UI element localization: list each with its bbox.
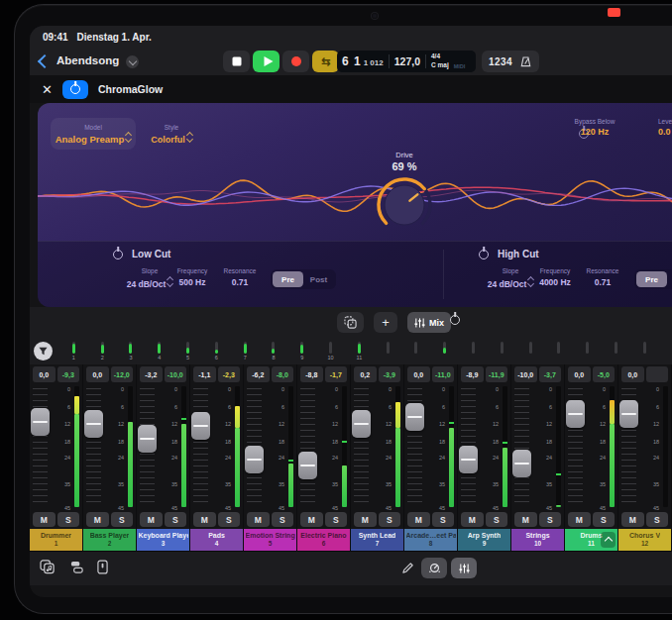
drive-knob[interactable] (373, 172, 436, 236)
pan-value[interactable]: -10,0 (514, 366, 537, 382)
count-in-button[interactable]: 1234 (489, 56, 512, 67)
bypass-below-control[interactable]: Bypass Below 120 Hz (563, 118, 626, 137)
mute-button[interactable]: M (33, 512, 56, 527)
plugin-power-button[interactable] (62, 80, 88, 99)
fader-handle[interactable] (566, 400, 585, 428)
track-filter-button[interactable] (34, 342, 53, 361)
track-name-bar[interactable]: Drummer1 (30, 529, 82, 551)
track-name-bar[interactable]: Bass Player2 (83, 529, 136, 551)
record-button[interactable] (282, 51, 309, 72)
back-chevron-icon[interactable] (38, 54, 52, 68)
track-name-bar[interactable]: Keyboard Player3 (137, 529, 189, 551)
volume-value[interactable]: -11,9 (486, 366, 508, 382)
volume-value[interactable]: -12,0 (111, 366, 134, 382)
track-name-bar[interactable]: Drums11 (565, 529, 617, 551)
volume-value[interactable]: -8,0 (272, 366, 294, 382)
project-menu-button[interactable] (126, 55, 139, 68)
volume-value[interactable]: -11,0 (432, 366, 455, 382)
high-cut-resonance[interactable]: Resonance 0.71 (571, 267, 634, 287)
fader-handle[interactable] (245, 446, 264, 473)
mute-button[interactable]: M (514, 512, 537, 527)
style-selector[interactable]: Style Colorful (137, 118, 206, 150)
plugins-icon[interactable] (69, 560, 84, 578)
level-control[interactable]: Level 0.0 (658, 118, 672, 137)
fader-handle[interactable] (459, 446, 478, 473)
solo-button[interactable]: S (432, 512, 455, 527)
pan-value[interactable]: -3,2 (140, 366, 163, 382)
track-name-bar[interactable]: Pads4 (190, 529, 243, 551)
volume-value[interactable]: -2,3 (218, 366, 241, 382)
mix-view-button[interactable]: Mix (407, 312, 451, 333)
fader-handle[interactable] (352, 410, 371, 438)
solo-button[interactable]: S (593, 512, 616, 527)
track-name-bar[interactable]: Synth Lead7 (351, 529, 403, 551)
track-name-bar[interactable]: Electric Piano6 (297, 529, 350, 551)
volume-value[interactable]: -10,0 (165, 366, 187, 382)
volume-value[interactable]: -9,3 (57, 366, 80, 382)
solo-button[interactable]: S (486, 512, 508, 527)
solo-button[interactable]: S (57, 512, 80, 527)
duplicate-button[interactable] (337, 312, 364, 333)
fader-handle[interactable] (405, 403, 424, 431)
track-name-bar[interactable]: Arp Synth9 (458, 529, 510, 551)
faders-view-button[interactable] (451, 558, 477, 578)
pre-button[interactable]: Pre (636, 271, 667, 287)
solo-button[interactable]: S (218, 512, 241, 527)
fader-handle[interactable] (298, 452, 317, 479)
loop-browser-icon[interactable] (40, 560, 56, 578)
high-cut-power-icon[interactable] (479, 250, 489, 259)
controls-view-button[interactable] (421, 558, 447, 578)
volume-value[interactable]: -3,7 (539, 366, 562, 382)
low-cut-power-icon[interactable] (113, 250, 123, 259)
solo-button[interactable]: S (325, 512, 348, 527)
play-surface-icon[interactable] (97, 560, 108, 578)
pan-value[interactable]: 0,0 (621, 366, 644, 382)
pan-value[interactable]: -6,2 (247, 366, 270, 382)
pan-value[interactable]: 0,0 (407, 366, 430, 382)
pan-value[interactable]: 0,0 (568, 366, 591, 382)
project-title[interactable]: Abendsong (56, 54, 119, 66)
mute-button[interactable]: M (461, 512, 484, 527)
volume-value[interactable]: -1,7 (325, 366, 348, 382)
mute-button[interactable]: M (407, 512, 430, 527)
add-track-button[interactable]: + (374, 312, 397, 333)
pre-button[interactable]: Pre (273, 271, 303, 287)
fader-handle[interactable] (512, 450, 531, 477)
pan-value[interactable]: -8,8 (300, 366, 323, 382)
solo-button[interactable]: S (272, 512, 294, 527)
pan-value[interactable]: 0,0 (86, 366, 109, 382)
pan-value[interactable]: 0,2 (354, 366, 377, 382)
mute-button[interactable]: M (247, 512, 270, 527)
volume-value[interactable] (646, 366, 669, 382)
mute-button[interactable]: M (86, 512, 109, 527)
mute-button[interactable]: M (300, 512, 323, 527)
mixer-power-icon[interactable] (450, 315, 460, 325)
mute-button[interactable]: M (140, 512, 163, 527)
solo-button[interactable]: S (379, 512, 401, 527)
mute-button[interactable]: M (354, 512, 377, 527)
pencil-icon[interactable] (401, 561, 414, 578)
pan-value[interactable]: -8,9 (461, 366, 484, 382)
solo-button[interactable]: S (646, 512, 669, 527)
post-button[interactable]: Post (303, 271, 334, 287)
play-button[interactable] (253, 51, 280, 72)
solo-button[interactable]: S (539, 512, 562, 527)
close-icon[interactable]: ✕ (42, 83, 53, 96)
mute-button[interactable]: M (621, 512, 644, 527)
lcd-display[interactable]: 6 1 1 012 127,0 4/4C maj MIDI (337, 51, 476, 72)
expand-track-button[interactable] (601, 532, 616, 548)
pan-value[interactable]: 0,0 (33, 366, 56, 382)
fader-handle[interactable] (84, 410, 103, 438)
solo-button[interactable]: S (165, 512, 187, 527)
pan-value[interactable]: -1,1 (193, 366, 216, 382)
fader-handle[interactable] (191, 412, 210, 440)
solo-button[interactable]: S (111, 512, 134, 527)
metronome-icon[interactable] (519, 55, 532, 68)
fader-handle[interactable] (138, 425, 157, 453)
mute-button[interactable]: M (193, 512, 216, 527)
fader-handle[interactable] (619, 400, 638, 428)
stop-button[interactable] (223, 51, 250, 72)
track-name-bar[interactable]: Emotion Strings5 (244, 529, 296, 551)
cycle-button[interactable]: ⇆ (312, 51, 339, 72)
volume-value[interactable]: -3,9 (379, 366, 401, 382)
